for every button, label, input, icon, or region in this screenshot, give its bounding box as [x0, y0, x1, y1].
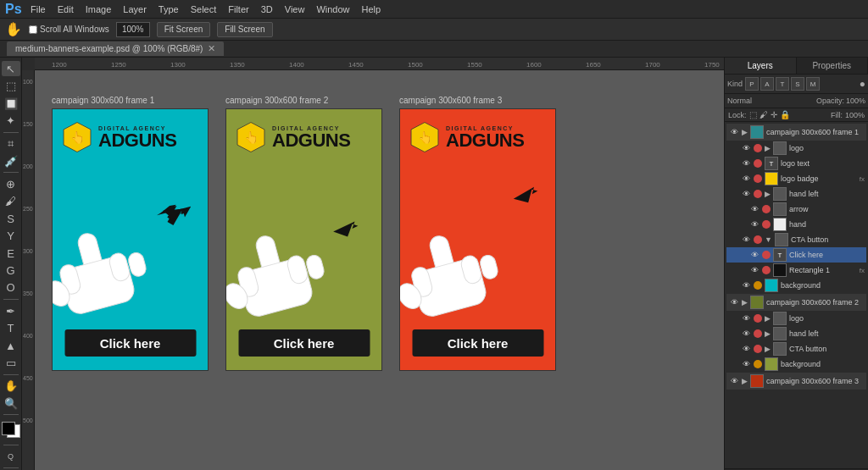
layer-item-hand-left[interactable]: 👁 ▶ hand left [726, 186, 866, 202]
svg-text:👆: 👆 [418, 130, 433, 145]
layer-group-frame2-header[interactable]: 👁 ▶ campaign 300x600 frame 2 [726, 294, 866, 311]
pen-tool[interactable]: ✒ [2, 303, 20, 318]
layer-item-logo-text[interactable]: 👁 T logo text [726, 156, 866, 171]
layer-filter-type[interactable]: T [776, 77, 789, 91]
app-icon: Ps [5, 2, 20, 17]
hand-tool[interactable]: ✋ [2, 379, 20, 394]
layer-filter-pixel[interactable]: P [745, 77, 759, 91]
lock-all[interactable]: 🔒 [780, 110, 790, 119]
lasso-tool[interactable]: 🔲 [2, 96, 20, 111]
layer-eye-hand[interactable]: 👁 [748, 218, 760, 230]
banner-1-cta[interactable]: Click here [64, 329, 196, 357]
close-tab-icon[interactable]: ✕ [208, 43, 215, 54]
menu-filter[interactable]: Filter [223, 3, 253, 16]
layer-item-cta-f2[interactable]: 👁 ▶ CTA button [726, 341, 866, 357]
layer-filter-smart[interactable]: M [806, 77, 820, 91]
canvas-content[interactable]: campaign 300x600 frame 1 👆 DIGITAL AGENC… [35, 70, 724, 470]
layer-name-click-here: Click here [789, 251, 865, 259]
layer-group-frame1-header[interactable]: 👁 ▶ campaign 300x600 frame 1 [726, 124, 866, 141]
layer-eye-logo[interactable]: 👁 [740, 142, 752, 154]
zoom-tool[interactable]: 🔍 [2, 395, 20, 411]
tab-properties[interactable]: Properties [797, 58, 869, 74]
layer-group-frame3-header[interactable]: 👁 ▶ campaign 300x600 frame 3 [726, 373, 866, 390]
fill-screen-button[interactable]: Fill Screen [217, 22, 272, 37]
banner-3-arrow [509, 177, 540, 210]
layer-item-rect1[interactable]: 👁 Rectangle 1 fx [726, 263, 866, 278]
menu-select[interactable]: Select [186, 3, 222, 16]
layer-eye-click-here[interactable]: 👁 [748, 249, 760, 261]
menu-type[interactable]: Type [153, 3, 184, 16]
dodge-tool[interactable]: O [2, 280, 20, 296]
layer-item-hand-f2[interactable]: 👁 ▶ hand left [726, 326, 866, 341]
panel-tabs: Layers Properties [725, 58, 868, 75]
layer-filter-adjust[interactable]: A [760, 77, 774, 91]
lock-transparent[interactable]: ⬚ [749, 110, 757, 119]
zoom-input[interactable] [116, 22, 150, 37]
move-tool[interactable]: ↖ [2, 61, 20, 76]
quick-mask-tool[interactable]: Q [2, 449, 20, 464]
layer-item-bg-f2[interactable]: 👁 background [726, 357, 866, 372]
menu-image[interactable]: Image [81, 3, 117, 16]
stamp-tool[interactable]: S [2, 211, 20, 226]
layer-item-logo-f2[interactable]: 👁 ▶ logo [726, 311, 866, 326]
selection-tool[interactable]: ⬚ [2, 78, 20, 93]
banner-3-cta[interactable]: Click here [412, 329, 543, 357]
layer-eye-frame2[interactable]: 👁 [728, 296, 740, 308]
layer-item-cta-group[interactable]: 👁 ▼ CTA button [726, 232, 866, 247]
layer-item-arrow[interactable]: 👁 arrow [726, 202, 866, 217]
menu-help[interactable]: Help [357, 3, 387, 16]
menu-file[interactable]: File [25, 3, 51, 16]
layer-thumb-background [765, 279, 778, 292]
shape-tool[interactable]: ▭ [2, 355, 20, 370]
banner-2-cta[interactable]: Click here [238, 329, 370, 357]
layer-eye-frame3[interactable]: 👁 [728, 375, 740, 387]
text-tool[interactable]: T [2, 320, 20, 335]
heal-tool[interactable]: ⊕ [2, 176, 20, 191]
layer-item-background[interactable]: 👁 background [726, 278, 866, 293]
menu-layer[interactable]: Layer [118, 3, 152, 16]
layer-eye-arrow[interactable]: 👁 [748, 203, 760, 215]
layer-item-hand[interactable]: 👁 hand [726, 217, 866, 232]
layer-name-arrow: arrow [789, 205, 865, 213]
layer-item-logo-badge[interactable]: 👁 logo badge fx [726, 171, 866, 186]
layer-eye-hand-f2[interactable]: 👁 [740, 328, 752, 340]
layer-filter-toggle[interactable]: ● [860, 78, 865, 90]
menu-edit[interactable]: Edit [53, 3, 79, 16]
layer-eye-rect1[interactable]: 👁 [748, 264, 760, 276]
layer-item-click-here[interactable]: 👁 T Click here [726, 247, 866, 263]
lock-paint[interactable]: 🖌 [760, 110, 768, 119]
color-swatches[interactable] [2, 422, 20, 437]
eyedropper-tool[interactable]: 💉 [2, 153, 20, 169]
layer-eye-logo-badge[interactable]: 👁 [740, 173, 752, 185]
eraser-tool[interactable]: E [2, 246, 20, 261]
layer-item-logo[interactable]: 👁 ▶ logo [726, 141, 866, 156]
crop-tool[interactable]: ⌗ [2, 136, 20, 152]
layer-eye-frame1[interactable]: 👁 [728, 126, 740, 138]
layer-eye-logo-text[interactable]: 👁 [740, 158, 752, 169]
magic-wand-tool[interactable]: ✦ [2, 113, 20, 128]
fit-screen-button[interactable]: Fit Screen [157, 22, 211, 37]
banner-3-label: campaign 300x600 frame 3 [399, 96, 502, 105]
layer-eye-background[interactable]: 👁 [740, 279, 752, 291]
right-panel: Layers Properties Kind P A T S M ● Norma… [724, 58, 868, 470]
path-selection-tool[interactable]: ▲ [2, 338, 20, 353]
layer-eye-bg-f2[interactable]: 👁 [740, 358, 752, 370]
gradient-tool[interactable]: G [2, 263, 20, 278]
menu-window[interactable]: Window [311, 3, 354, 16]
document-title: medium-banners-example.psd @ 100% (RGB/8… [15, 44, 203, 53]
brush-tool[interactable]: 🖌 [2, 194, 20, 209]
layer-eye-hand-left[interactable]: 👁 [740, 188, 752, 200]
layer-eye-cta-f2[interactable]: 👁 [740, 343, 752, 355]
menu-view[interactable]: View [280, 3, 310, 16]
tab-layers[interactable]: Layers [725, 58, 797, 74]
history-brush-tool[interactable]: Y [2, 228, 20, 243]
layer-eye-cta-group[interactable]: 👁 [740, 234, 752, 246]
layer-filter-shape[interactable]: S [791, 77, 804, 91]
layer-eye-logo-f2[interactable]: 👁 [740, 312, 752, 324]
document-tab[interactable]: medium-banners-example.psd @ 100% (RGB/8… [7, 41, 224, 56]
lock-move[interactable]: ✛ [771, 110, 777, 119]
scroll-all-checkbox[interactable] [29, 25, 37, 34]
layers-list[interactable]: 👁 ▶ campaign 300x600 frame 1 👁 ▶ logo 👁 [725, 122, 868, 468]
menu-3d[interactable]: 3D [256, 3, 278, 16]
fg-color-swatch[interactable] [2, 422, 15, 435]
